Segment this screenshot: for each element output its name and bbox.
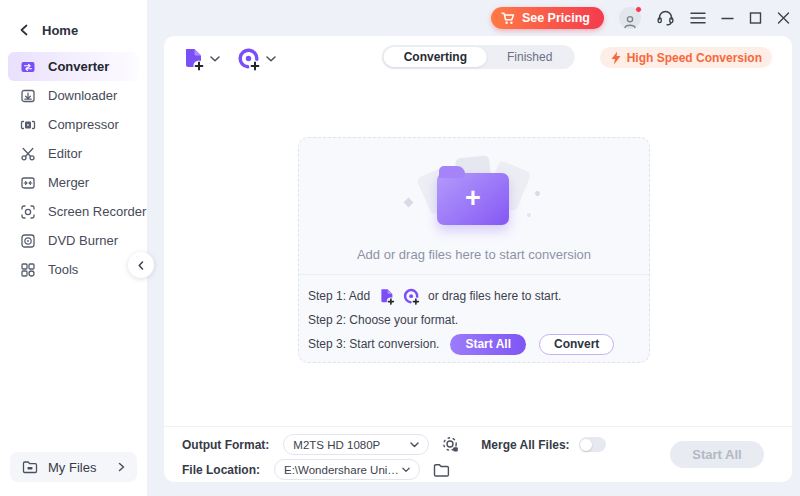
converting-finished-tabs: Converting Finished [382, 45, 575, 69]
sparkle-decoration [526, 212, 532, 218]
step3-text: Step 3: Start conversion. [308, 337, 439, 351]
sidebar-item-tools[interactable]: Tools [0, 255, 147, 284]
output-settings-bar: Output Format: M2TS HD 1080P Merge All F… [164, 426, 792, 482]
maximize-button[interactable] [749, 12, 762, 24]
tab-converting-label: Converting [404, 50, 467, 64]
output-format-select[interactable]: M2TS HD 1080P [283, 434, 429, 455]
sidebar-home-button[interactable]: Home [0, 18, 147, 42]
sidebar-item-screen-recorder[interactable]: Screen Recorder [0, 197, 147, 226]
main-panel: Converting Finished High Speed Conversio… [164, 36, 792, 482]
sidebar-nav: Converter Downloader Compressor Editor [0, 52, 147, 284]
my-files-folder-icon [22, 460, 38, 474]
add-file-icon [180, 46, 206, 72]
screen-recorder-icon [20, 204, 36, 220]
chevron-down-icon [410, 442, 419, 448]
add-disc-icon-small [402, 287, 421, 306]
high-speed-conversion-button[interactable]: High Speed Conversion [600, 47, 772, 68]
dvd-burner-icon [20, 233, 36, 249]
file-location-label: File Location: [182, 463, 260, 477]
window-titlebar: See Pricing [148, 0, 800, 36]
high-speed-label: High Speed Conversion [627, 51, 762, 65]
step1-prefix: Step 1: Add [308, 289, 370, 303]
home-label: Home [42, 23, 78, 38]
sidebar-item-label: Downloader [48, 88, 117, 103]
sparkle-decoration [534, 190, 541, 197]
tab-finished-label: Finished [507, 50, 552, 64]
sidebar-item-label: Merger [48, 175, 89, 190]
lightning-icon [610, 51, 622, 65]
open-folder-icon[interactable] [433, 463, 450, 477]
sidebar-item-label: Compressor [48, 117, 119, 132]
step-1-row: Step 1: Add or drag files here to start. [308, 284, 649, 308]
see-pricing-label: See Pricing [522, 11, 590, 25]
sidebar: Home Converter Downloader Compressor [0, 0, 148, 496]
see-pricing-button[interactable]: See Pricing [491, 7, 604, 29]
output-format-value: M2TS HD 1080P [293, 439, 380, 451]
cart-icon [501, 12, 515, 25]
add-folder-illustration: + [399, 155, 549, 233]
converter-icon [20, 59, 36, 75]
support-headset-icon[interactable] [656, 9, 675, 27]
sidebar-item-dvd-burner[interactable]: DVD Burner [0, 226, 147, 255]
minimize-button[interactable] [721, 12, 734, 24]
chevron-down-icon [210, 56, 220, 62]
sidebar-item-downloader[interactable]: Downloader [0, 81, 147, 110]
sidebar-item-compressor[interactable]: Compressor [0, 110, 147, 139]
editor-scissors-icon [20, 146, 36, 162]
merge-all-files-toggle[interactable] [579, 437, 606, 452]
sidebar-collapse-button[interactable] [128, 252, 154, 278]
sidebar-item-label: Editor [48, 146, 82, 161]
convert-button[interactable]: Convert [539, 334, 614, 355]
converter-toolbar: Converting Finished High Speed Conversio… [164, 36, 792, 104]
merger-icon [20, 175, 36, 191]
sidebar-item-converter[interactable]: Converter [8, 52, 139, 81]
sidebar-my-files-button[interactable]: My Files [10, 452, 137, 482]
sparkle-decoration [404, 198, 414, 208]
file-dropzone[interactable]: + Add or drag files here to start conver… [298, 137, 650, 363]
my-files-label: My Files [48, 460, 96, 475]
close-button[interactable] [777, 12, 790, 24]
dropzone-steps: Step 1: Add or drag files here to start.… [299, 274, 649, 362]
account-avatar[interactable] [619, 7, 641, 29]
compressor-icon [20, 117, 36, 133]
merge-all-files-label: Merge All Files: [481, 438, 569, 452]
sidebar-item-label: Tools [48, 262, 78, 277]
sidebar-item-label: DVD Burner [48, 233, 118, 248]
file-location-value: E:\Wondershare UniConverter 1 [284, 464, 402, 476]
uniconverter-window: Home Converter Downloader Compressor [0, 0, 800, 496]
sidebar-item-label: Converter [48, 59, 109, 74]
folder-plus-icon: + [437, 173, 509, 225]
step-3-row: Step 3: Start conversion. Start All Conv… [308, 332, 649, 356]
add-files-button[interactable] [180, 46, 220, 72]
downloader-icon [20, 88, 36, 104]
menu-icon[interactable] [690, 12, 706, 24]
step1-suffix: or drag files here to start. [428, 289, 561, 303]
dropzone-hint-text: Add or drag files here to start conversi… [357, 247, 591, 262]
chevron-down-icon [266, 56, 276, 62]
my-files-arrow-icon [118, 462, 125, 472]
start-all-button[interactable]: Start All [670, 441, 764, 468]
start-all-button-small[interactable]: Start All [450, 334, 526, 355]
format-settings-gear-icon[interactable] [442, 436, 459, 453]
file-location-select[interactable]: E:\Wondershare UniConverter 1 [274, 459, 420, 480]
sidebar-item-merger[interactable]: Merger [0, 168, 147, 197]
output-format-label: Output Format: [182, 438, 269, 452]
add-disc-icon [236, 46, 262, 72]
back-chevron-icon [20, 24, 28, 36]
tab-converting[interactable]: Converting [384, 47, 487, 67]
chevron-down-icon [402, 467, 410, 473]
add-file-icon-small [377, 287, 396, 306]
dropzone-upper: + Add or drag files here to start conver… [299, 138, 649, 274]
sidebar-item-editor[interactable]: Editor [0, 139, 147, 168]
step-2-row: Step 2: Choose your format. [308, 308, 649, 332]
notification-dot [635, 6, 642, 13]
tools-grid-icon [20, 262, 36, 278]
tab-finished[interactable]: Finished [487, 47, 572, 67]
step2-text: Step 2: Choose your format. [308, 313, 458, 327]
sidebar-item-label: Screen Recorder [48, 204, 146, 219]
add-from-device-button[interactable] [236, 46, 276, 72]
